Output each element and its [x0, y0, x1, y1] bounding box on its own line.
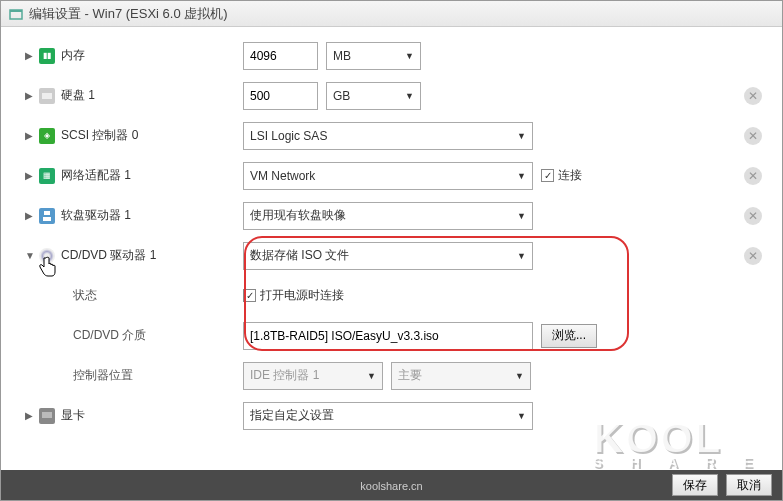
expand-icon[interactable]: ▶ [25, 170, 35, 181]
gpu-label: 显卡 [61, 407, 85, 424]
window-icon [9, 7, 23, 21]
settings-content: ▶ ▮▮ 内存 MB ▶ 硬盘 1 GB ✕ [1, 27, 782, 472]
memory-unit-select[interactable]: MB [326, 42, 421, 70]
edit-settings-dialog: 编辑设置 - Win7 (ESXi 6.0 虚拟机) ▶ ▮▮ 内存 MB ▶ … [0, 0, 783, 501]
network-connect-checkbox[interactable] [541, 169, 554, 182]
cdrom-icon [39, 248, 55, 264]
cdrom-controller-pos-select[interactable]: 主要 [391, 362, 531, 390]
cdrom-label: CD/DVD 驱动器 1 [61, 247, 156, 264]
collapse-icon[interactable]: ▼ [25, 250, 35, 261]
cdrom-controller-label: 控制器位置 [73, 367, 133, 384]
row-cdrom: ▼ CD/DVD 驱动器 1 数据存储 ISO 文件 ✕ [13, 235, 782, 275]
remove-icon[interactable]: ✕ [744, 87, 762, 105]
network-icon: ▦ [39, 168, 55, 184]
network-connect-label: 连接 [558, 167, 582, 184]
cdrom-media-label: CD/DVD 介质 [73, 327, 146, 344]
memory-label: 内存 [61, 47, 85, 64]
scsi-icon: ◈ [39, 128, 55, 144]
row-network: ▶ ▦ 网络适配器 1 VM Network 连接 ✕ [13, 155, 782, 195]
row-cdrom-controller: 控制器位置 IDE 控制器 1 主要 [13, 355, 782, 395]
expand-icon[interactable]: ▶ [25, 210, 35, 221]
gpu-select[interactable]: 指定自定义设置 [243, 402, 533, 430]
floppy-icon [39, 208, 55, 224]
svg-rect-5 [44, 211, 50, 215]
scsi-label: SCSI 控制器 0 [61, 127, 138, 144]
row-floppy: ▶ 软盘驱动器 1 使用现有软盘映像 ✕ [13, 195, 782, 235]
network-connect-checkbox-wrap: 连接 [541, 167, 582, 184]
browse-button[interactable]: 浏览... [541, 324, 597, 348]
floppy-select[interactable]: 使用现有软盘映像 [243, 202, 533, 230]
hdd-label: 硬盘 1 [61, 87, 95, 104]
save-button[interactable]: 保存 [672, 474, 718, 496]
cdrom-connect-checkbox[interactable] [243, 289, 256, 302]
row-scsi: ▶ ◈ SCSI 控制器 0 LSI Logic SAS ✕ [13, 115, 782, 155]
dialog-title: 编辑设置 - Win7 (ESXi 6.0 虚拟机) [29, 5, 228, 23]
hdd-unit-select[interactable]: GB [326, 82, 421, 110]
remove-icon[interactable]: ✕ [744, 247, 762, 265]
row-gpu: ▶ 显卡 指定自定义设置 [13, 395, 782, 435]
row-cdrom-media: CD/DVD 介质 浏览... [13, 315, 782, 355]
remove-icon[interactable]: ✕ [744, 207, 762, 225]
cdrom-connect-checkbox-wrap: 打开电源时连接 [243, 287, 344, 304]
expand-icon[interactable]: ▶ [25, 50, 35, 61]
hdd-size-input[interactable] [243, 82, 318, 110]
row-hdd: ▶ 硬盘 1 GB ✕ [13, 75, 782, 115]
expand-icon[interactable]: ▶ [25, 90, 35, 101]
expand-icon[interactable]: ▶ [25, 410, 35, 421]
scsi-type-select[interactable]: LSI Logic SAS [243, 122, 533, 150]
cdrom-connect-label: 打开电源时连接 [260, 287, 344, 304]
network-select[interactable]: VM Network [243, 162, 533, 190]
svg-rect-6 [43, 217, 51, 221]
cdrom-media-input[interactable] [243, 322, 533, 350]
gpu-icon [39, 408, 55, 424]
svg-rect-8 [42, 412, 52, 418]
dialog-titlebar: 编辑设置 - Win7 (ESXi 6.0 虚拟机) [1, 1, 782, 27]
cdrom-select[interactable]: 数据存储 ISO 文件 [243, 242, 533, 270]
svg-rect-3 [42, 93, 52, 99]
cancel-button[interactable]: 取消 [726, 474, 772, 496]
hdd-icon [39, 88, 55, 104]
floppy-label: 软盘驱动器 1 [61, 207, 131, 224]
memory-input[interactable] [243, 42, 318, 70]
memory-icon: ▮▮ [39, 48, 55, 64]
svg-rect-1 [10, 10, 22, 12]
network-label: 网络适配器 1 [61, 167, 131, 184]
cdrom-status-label: 状态 [73, 287, 97, 304]
row-memory: ▶ ▮▮ 内存 MB [13, 35, 782, 75]
dialog-footer: 保存 取消 [1, 470, 782, 500]
row-cdrom-status: 状态 打开电源时连接 [13, 275, 782, 315]
cdrom-controller-select[interactable]: IDE 控制器 1 [243, 362, 383, 390]
remove-icon[interactable]: ✕ [744, 127, 762, 145]
remove-icon[interactable]: ✕ [744, 167, 762, 185]
expand-icon[interactable]: ▶ [25, 130, 35, 141]
